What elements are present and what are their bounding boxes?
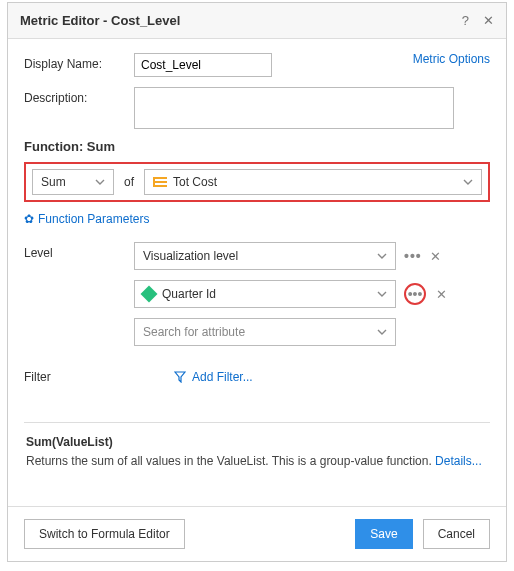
help-title: Sum(ValueList) bbox=[26, 435, 488, 449]
header-controls: ? ✕ bbox=[462, 13, 494, 28]
filter-row: Filter Add Filter... bbox=[24, 370, 490, 384]
function-parameters-link[interactable]: ✿ Function Parameters bbox=[24, 212, 490, 226]
save-button[interactable]: Save bbox=[355, 519, 412, 549]
chevron-down-icon bbox=[95, 177, 105, 187]
level-search-attribute[interactable]: Search for attribute bbox=[134, 318, 396, 346]
help-details-link[interactable]: Details... bbox=[435, 454, 482, 468]
svg-rect-0 bbox=[153, 177, 167, 179]
level-section: Level Visualization level ••• ✕ Q bbox=[24, 242, 490, 346]
level-line-0: Visualization level ••• ✕ bbox=[134, 242, 490, 270]
level-select-1-value: Quarter Id bbox=[162, 287, 216, 301]
level-search-placeholder: Search for attribute bbox=[143, 325, 245, 339]
gear-icon: ✿ bbox=[24, 212, 34, 226]
display-name-label: Display Name: bbox=[24, 53, 134, 71]
function-argument-value: Tot Cost bbox=[173, 175, 217, 189]
function-argument-select[interactable]: Tot Cost bbox=[144, 169, 482, 195]
cancel-button[interactable]: Cancel bbox=[423, 519, 490, 549]
level-more-0[interactable]: ••• bbox=[404, 252, 420, 260]
chevron-down-icon bbox=[377, 251, 387, 261]
of-label: of bbox=[124, 175, 134, 189]
function-select[interactable]: Sum bbox=[32, 169, 114, 195]
funnel-icon bbox=[174, 371, 186, 383]
chevron-down-icon bbox=[463, 177, 473, 187]
dialog-body: Metric Options Display Name: Description… bbox=[8, 39, 506, 506]
fact-icon bbox=[153, 175, 173, 189]
close-icon[interactable]: ✕ bbox=[483, 13, 494, 28]
dialog-footer: Switch to Formula Editor Save Cancel bbox=[8, 506, 506, 561]
svg-rect-3 bbox=[153, 177, 155, 187]
add-filter-label: Add Filter... bbox=[192, 370, 253, 384]
level-select-0[interactable]: Visualization level bbox=[134, 242, 396, 270]
function-parameters-label: Function Parameters bbox=[38, 212, 149, 226]
filter-label: Filter bbox=[24, 370, 174, 384]
help-box: Sum(ValueList) Returns the sum of all va… bbox=[24, 422, 490, 482]
dialog-header: Metric Editor - Cost_Level ? ✕ bbox=[8, 3, 506, 39]
level-select-0-value: Visualization level bbox=[143, 249, 238, 263]
help-desc-text: Returns the sum of all values in the Val… bbox=[26, 454, 435, 468]
dialog-title: Metric Editor - Cost_Level bbox=[20, 13, 462, 28]
chevron-down-icon bbox=[377, 327, 387, 337]
level-line-1: Quarter Id ••• ✕ bbox=[134, 280, 490, 308]
chevron-down-icon bbox=[377, 289, 387, 299]
attribute-icon bbox=[141, 286, 158, 303]
level-controls: Visualization level ••• ✕ Quarter Id bbox=[134, 242, 490, 346]
svg-rect-1 bbox=[153, 181, 167, 183]
metric-options-link[interactable]: Metric Options bbox=[413, 52, 490, 66]
help-icon[interactable]: ? bbox=[462, 13, 469, 28]
description-label: Description: bbox=[24, 87, 134, 105]
function-heading: Function: Sum bbox=[24, 139, 490, 154]
level-remove-0[interactable]: ✕ bbox=[430, 249, 441, 264]
description-input[interactable] bbox=[134, 87, 454, 129]
display-name-input[interactable] bbox=[134, 53, 272, 77]
help-description: Returns the sum of all values in the Val… bbox=[26, 453, 488, 470]
switch-formula-editor-button[interactable]: Switch to Formula Editor bbox=[24, 519, 185, 549]
level-select-1[interactable]: Quarter Id bbox=[134, 280, 396, 308]
level-search-line: Search for attribute bbox=[134, 318, 490, 346]
function-select-value: Sum bbox=[41, 175, 66, 189]
function-row: Sum of Tot Cost bbox=[24, 162, 490, 202]
add-filter-link[interactable]: Add Filter... bbox=[174, 370, 253, 384]
svg-rect-2 bbox=[153, 185, 167, 187]
description-row: Description: bbox=[24, 87, 490, 129]
level-more-1[interactable]: ••• bbox=[404, 283, 426, 305]
level-remove-1[interactable]: ✕ bbox=[436, 287, 447, 302]
metric-editor-dialog: Metric Editor - Cost_Level ? ✕ Metric Op… bbox=[7, 2, 507, 562]
level-label: Level bbox=[24, 242, 134, 260]
